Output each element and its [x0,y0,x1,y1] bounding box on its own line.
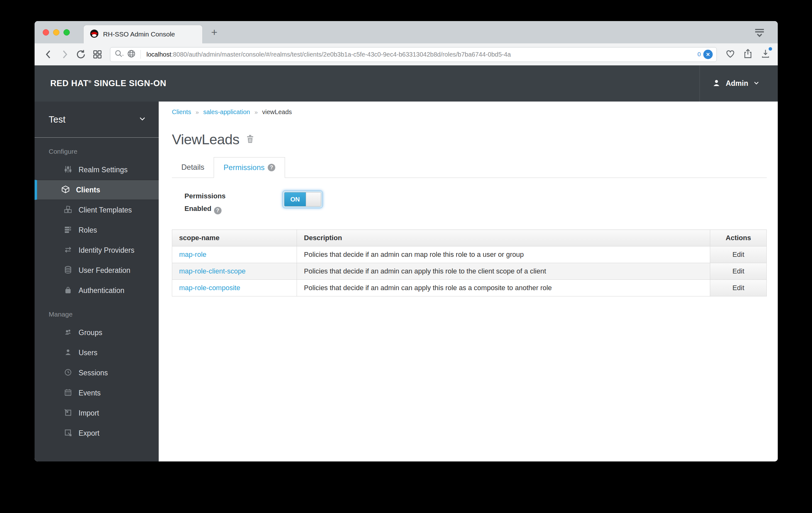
sidebar-item-sessions[interactable]: Sessions [35,363,159,383]
realm-name: Test [49,114,139,125]
table-row: map-role Policies that decide if an admi… [172,247,767,263]
realm-selector[interactable]: Test [35,102,159,138]
tab-title: RH-SSO Admin Console [103,30,175,38]
delete-trash-icon[interactable] [245,134,255,145]
edit-button[interactable]: Edit [710,280,766,296]
url-text[interactable]: localhost:8080/auth/admin/master/console… [146,51,694,58]
sidebar-item-authentication[interactable]: Authentication [35,280,159,301]
database-icon [64,266,72,275]
breadcrumb-clients-link[interactable]: Clients [172,109,191,116]
permissions-enabled-row: Permissions Enabled? ON [172,190,767,215]
exchange-arrows-icon [64,246,72,255]
column-header-actions: Actions [710,230,767,247]
permissions-table: scope-name Description Actions map-role … [172,229,767,296]
toolbar-right-icons [725,49,771,60]
sidebar-item-roles[interactable]: Roles [35,220,159,240]
column-header-description: Description [297,230,710,247]
zoom-window-button[interactable] [63,29,70,35]
breadcrumb-separator: » [255,109,258,116]
tab-strip: Details Permissions ? [172,156,767,178]
registered-mark: ® [89,80,91,84]
import-icon [64,408,72,418]
clock-icon [64,368,72,378]
extension-icon[interactable]: ✕ [703,50,713,59]
sidebar-section-configure: Configure [35,138,159,160]
redhat-favicon-icon [90,29,99,39]
new-tab-button[interactable]: + [211,25,218,39]
reload-button[interactable] [74,48,88,61]
calendar-icon [64,388,72,398]
permissions-enabled-label: Permissions Enabled? [184,190,263,215]
chevron-down-icon [139,115,146,124]
downloads-icon[interactable] [760,49,771,60]
share-icon[interactable] [743,49,753,60]
edit-button[interactable]: Edit [710,263,766,280]
top-sites-grid-icon[interactable] [90,48,104,61]
sidebar-item-client-templates[interactable]: Client Templates [35,200,159,220]
page-title: ViewLeads [172,132,239,148]
sidebar-item-events[interactable]: Events [35,383,159,403]
sidebar-item-user-federation[interactable]: User Federation [35,260,159,280]
cube-icon [61,185,70,195]
breadcrumb-separator: » [196,109,199,116]
sidebar-item-clients[interactable]: Clients [35,180,159,200]
app-brand: RED HAT® SINGLE SIGN-ON [50,79,166,88]
help-icon[interactable]: ? [268,164,275,171]
list-icon [64,225,72,235]
close-window-button[interactable] [43,29,49,35]
tab-overflow-icon[interactable] [753,26,766,40]
sidebar-item-groups[interactable]: Groups [35,322,159,343]
sidebar-item-identity-providers[interactable]: Identity Providers [35,240,159,260]
cubes-icon [64,205,72,215]
sidebar: Test Configure Realm Settings Clients Cl… [35,102,159,461]
extension-badge-count: 0 [697,51,701,58]
toggle-handle[interactable] [306,192,321,206]
help-icon[interactable]: ? [214,207,222,215]
browser-toolbar: localhost:8080/auth/admin/master/console… [35,44,778,65]
minimize-window-button[interactable] [53,29,59,35]
url-bar[interactable]: localhost:8080/auth/admin/master/console… [110,47,717,62]
table-row: map-role-composite Policies that decide … [172,280,767,296]
site-identity-globe-icon[interactable] [127,49,136,60]
scope-description: Policies that decide if an admin can map… [297,247,710,263]
column-header-scope-name: scope-name [172,230,297,247]
lock-icon [64,286,72,295]
search-icon [114,49,123,60]
browser-window: RH-SSO Admin Console + localhost [35,21,778,461]
sidebar-item-export[interactable]: Export [35,423,159,443]
user-menu[interactable]: Admin [699,65,778,102]
scope-link-map-role-client-scope[interactable]: map-role-client-scope [179,267,246,275]
sidebar-item-realm-settings[interactable]: Realm Settings [35,160,159,180]
tab-details[interactable]: Details [172,157,214,178]
chevron-down-icon [753,80,759,87]
toggle-on-label: ON [284,192,306,206]
scope-link-map-role-composite[interactable]: map-role-composite [179,284,240,292]
user-icon [713,79,721,88]
window-controls [43,29,70,35]
breadcrumb-sales-application-link[interactable]: sales-application [203,109,250,116]
table-row: map-role-client-scope Policies that deci… [172,263,767,280]
breadcrumb: Clients » sales-application » viewLeads [172,109,767,116]
app-navbar: RED HAT® SINGLE SIGN-ON Admin [35,65,778,102]
sliders-icon [64,165,72,175]
main-content: Clients » sales-application » viewLeads … [159,102,778,461]
sidebar-item-import[interactable]: Import [35,403,159,423]
edit-button[interactable]: Edit [710,247,766,263]
scope-description: Policies that decide if an admin can app… [297,280,710,296]
forward-button[interactable] [58,48,71,61]
permissions-enabled-toggle[interactable]: ON [283,191,323,208]
table-header-row: scope-name Description Actions [172,230,767,247]
back-button[interactable] [41,48,55,61]
url-path: :8080/auth/admin/master/console/#/realms… [171,51,511,58]
sidebar-item-users[interactable]: Users [35,343,159,363]
browser-tab[interactable]: RH-SSO Admin Console [83,25,203,44]
tab-permissions[interactable]: Permissions ? [214,157,285,178]
bookmark-heart-icon[interactable] [725,49,736,60]
export-icon [64,428,72,438]
url-host: localhost [146,51,171,58]
scope-link-map-role[interactable]: map-role [179,251,206,258]
breadcrumb-current: viewLeads [262,109,292,116]
user-name: Admin [726,79,748,88]
sidebar-section-manage: Manage [35,301,159,322]
scope-description: Policies that decide if an admin can app… [297,263,710,280]
